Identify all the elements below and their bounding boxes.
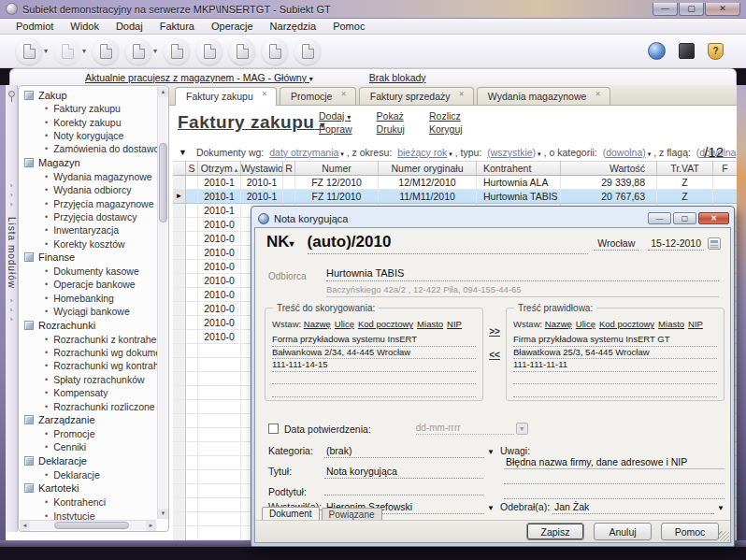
menu-dodaj[interactable]: Dodaj — [108, 20, 151, 33]
dialog-tab-dokument[interactable]: Dokument — [262, 507, 320, 521]
column-header-wystawio[interactable]: Wystawio — [241, 161, 283, 176]
correction-line[interactable]: Bławatkowa 25/3, 54-445 Wrocław — [513, 347, 717, 360]
insert-nip[interactable]: NIP — [688, 319, 703, 329]
tab-close-icon[interactable]: ✕ — [595, 90, 600, 98]
column-header-blank[interactable] — [173, 161, 186, 176]
clipboard-document-button[interactable] — [93, 38, 119, 65]
copy-left-button[interactable]: << — [485, 350, 504, 360]
column-header-f[interactable]: F — [713, 161, 737, 176]
action-rozlicz[interactable]: Rozlicz — [429, 110, 463, 122]
open-document-button[interactable] — [54, 38, 80, 65]
minimize-button[interactable]: — — [653, 3, 678, 16]
module-item-rozrachunki-z-kontrahentami[interactable]: •Rozrachunki z kontrahentami — [21, 332, 157, 345]
doc-type-dropdown[interactable]: NK▾ — [266, 233, 294, 251]
podtytul-input[interactable] — [324, 484, 483, 495]
pomoc-button[interactable]: Pomoc — [661, 523, 719, 540]
module-item-deklaracje[interactable]: •Deklaracje — [21, 468, 157, 481]
dialog-minimize-button[interactable]: — — [648, 212, 671, 224]
edit-document-button[interactable] — [164, 38, 190, 65]
filter-expand-icon[interactable]: ▼ — [179, 148, 187, 157]
module-item-instytucje[interactable]: •Instytucje — [21, 509, 157, 520]
module-item-korekty-zakupu[interactable]: •Korekty zakupu — [21, 115, 157, 128]
uwagi-line[interactable] — [504, 488, 724, 499]
chevron-down-icon[interactable]: ▼ — [487, 504, 495, 512]
date-field[interactable]: 15-12-2010 — [648, 237, 704, 251]
action-popraw[interactable]: Popraw — [319, 123, 352, 135]
chevron-down-icon[interactable]: ▾ — [153, 47, 157, 55]
menu-narz-dzia[interactable]: Narzędzia — [262, 20, 325, 33]
zapisz-button[interactable]: Zapisz — [526, 523, 584, 540]
correction-line[interactable]: 111-111-11-11 — [513, 359, 717, 372]
column-header-numer[interactable]: Numer — [295, 161, 379, 176]
tab-close-icon[interactable]: ✕ — [262, 90, 267, 98]
module-item-dokumenty-kasowe[interactable]: •Dokumenty kasowe — [21, 265, 157, 278]
column-header-otrzym[interactable]: Otrzym▴ — [198, 161, 241, 176]
module-deklaracje[interactable]: Deklaracje — [21, 454, 157, 468]
globe-icon[interactable] — [648, 42, 666, 60]
kategoria-select[interactable]: (brak) — [324, 445, 484, 458]
module-zakup[interactable]: Zakup — [21, 88, 157, 102]
module-item-kontrahenci[interactable]: •Kontrahenci — [21, 495, 157, 509]
new-document-button[interactable] — [16, 38, 42, 65]
module-item-wydania-odbiorcy[interactable]: •Wydania odbiorcy — [21, 183, 157, 196]
print-document-button[interactable] — [229, 38, 255, 65]
correction-line[interactable] — [272, 372, 476, 385]
scroll-down-icon[interactable]: ▼ — [158, 509, 168, 519]
insert-kod-pocztowy[interactable]: Kod pocztowy — [358, 319, 413, 329]
module-item-noty-koryguj-ce[interactable]: •Noty korygujące — [21, 129, 157, 142]
workspace-link[interactable]: Aktualnie pracujesz z magazynem - MAG - … — [85, 72, 313, 83]
tab-close-icon[interactable]: ✕ — [340, 90, 346, 98]
tytul-input[interactable]: Nota korygująca — [324, 466, 483, 479]
calendar-button[interactable] — [708, 237, 721, 250]
scrollbar-thumb[interactable] — [159, 143, 167, 223]
insert-ulic[interactable]: Ulicę — [576, 319, 595, 329]
sidebar-horizontal-scrollbar[interactable]: ◄ ► — [20, 520, 156, 530]
module-zarz-dzanie[interactable]: Zarządzanie — [21, 413, 157, 427]
tab-faktury-sprzeda-y[interactable]: Faktury sprzedaży✕ — [359, 87, 474, 105]
module-item-przyj-cia-magazynowe[interactable]: •Przyjęcia magazynowe — [21, 196, 157, 209]
dialog-close-button[interactable]: ✕ — [698, 212, 729, 224]
pin-icon[interactable] — [8, 91, 15, 97]
tab-faktury-zakupu[interactable]: Faktury zakupu✕ — [175, 87, 277, 106]
shield-question-icon[interactable]: ? — [708, 43, 724, 60]
insert-nip[interactable]: NIP — [447, 319, 462, 329]
table-row[interactable]: ►2010-12010-1FZ 11/201011/M11/2010Hurtow… — [173, 190, 737, 204]
menu-podmiot[interactable]: Podmiot — [7, 20, 62, 33]
correction-line[interactable] — [272, 384, 476, 397]
correction-line[interactable] — [513, 372, 717, 385]
insert-miasto[interactable]: Miasto — [417, 319, 443, 329]
tab-wydania-magazynowe[interactable]: Wydania magazynowe✕ — [477, 87, 610, 105]
filter-sortowanie[interactable]: daty otrzymania — [269, 147, 338, 158]
correction-line[interactable]: Firma przykładowa systemu InsERT GT — [513, 334, 717, 347]
module-item-cenniki[interactable]: •Cenniki — [21, 440, 157, 453]
chevron-down-icon[interactable]: ▾ — [44, 47, 48, 55]
city-field[interactable]: Wrocław — [594, 237, 638, 251]
confirm-date-checkbox[interactable] — [268, 424, 279, 434]
chevron-down-icon[interactable]: ▼ — [487, 448, 495, 456]
action-koryguj[interactable]: Koryguj — [429, 123, 463, 135]
module-item-kompensaty[interactable]: •Kompensaty — [21, 386, 157, 399]
filter-kategoria[interactable]: (dowolna) — [603, 147, 646, 158]
action-dodaj[interactable]: Dodaj ▾ — [319, 110, 352, 122]
module-item-korekty-koszt-w[interactable]: •Korekty kosztów — [21, 237, 157, 251]
odebral-select[interactable]: Jan Żak — [552, 501, 714, 514]
sidebar-vertical-scrollbar[interactable]: ▲ ▼ — [157, 87, 167, 519]
module-rozrachunki[interactable]: Rozrachunki — [21, 318, 157, 332]
column-header-kontrahent[interactable]: Kontrahent — [477, 161, 561, 176]
doc-number-field[interactable]: (auto)/2010 — [308, 233, 588, 254]
chevron-down-icon[interactable]: ▼ — [717, 504, 724, 512]
module-magazyn[interactable]: Magazyn — [21, 156, 157, 170]
module-item-wyci-gi-bankowe[interactable]: •Wyciągi bankowe — [21, 305, 157, 318]
correction-line[interactable]: Bałwankowa 2/34, 44-445 Wrocław — [272, 347, 476, 360]
blank-page-button[interactable] — [125, 38, 151, 65]
grab-document-button[interactable] — [294, 38, 321, 65]
insert-miasto[interactable]: Miasto — [658, 319, 684, 329]
module-item-zam-wienia-do-dostawc-w[interactable]: •Zamówienia do dostawców — [21, 142, 157, 155]
module-item-promocje[interactable]: •Promocje — [21, 427, 157, 440]
filter-okres[interactable]: bieżący rok — [397, 147, 447, 158]
insert-kod-pocztowy[interactable]: Kod pocztowy — [599, 319, 654, 329]
insert-nazw[interactable]: Nazwę — [545, 319, 572, 329]
tab-promocje[interactable]: Promocje✕ — [280, 87, 356, 105]
cube-icon[interactable] — [679, 43, 695, 59]
scroll-right-icon[interactable]: ► — [146, 521, 156, 531]
